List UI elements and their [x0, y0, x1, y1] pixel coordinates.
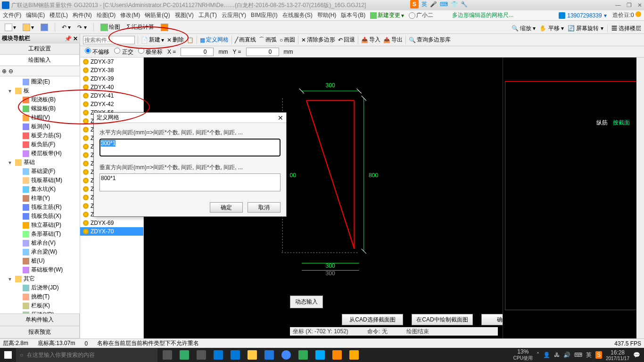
window-maximize[interactable]: ❐: [627, 2, 632, 8]
beans-count[interactable]: 造价豆:0: [612, 11, 641, 19]
x-input[interactable]: [181, 48, 214, 56]
draw-mode-button[interactable]: 绘图: [99, 22, 122, 32]
tree-node[interactable]: ▾基础: [1, 158, 79, 167]
taskbar-search[interactable]: ○ 在这里输入你要搜索的内容: [16, 348, 157, 362]
tab-project-settings[interactable]: 工程设置: [0, 43, 80, 54]
store-icon[interactable]: [227, 348, 243, 362]
ime-voice-icon[interactable]: 🎤: [430, 1, 437, 8]
component-item[interactable]: ZDYX-41: [80, 91, 143, 100]
explorer-icon[interactable]: [244, 348, 260, 362]
tab-draw-input[interactable]: 绘图输入: [0, 55, 80, 66]
new-component-button[interactable]: 📄 新建 ▾: [141, 36, 164, 44]
menu-cloud[interactable]: 云应用(Y): [222, 11, 246, 19]
tray-sogou-icon[interactable]: S: [595, 351, 602, 359]
dialog-cancel-button[interactable]: 取消: [248, 202, 281, 213]
dialog-titlebar[interactable]: 定义网格 ✕: [94, 113, 286, 123]
tree-expand-icon[interactable]: ⊕: [2, 68, 7, 74]
new-file-button[interactable]: ▾: [3, 23, 18, 32]
y-input[interactable]: [246, 48, 279, 56]
dialog-close-button[interactable]: ✕: [278, 114, 283, 122]
tree-node[interactable]: 板受力筋(S): [1, 131, 79, 140]
dialog-ok-button[interactable]: 确定: [210, 202, 243, 213]
menu-version[interactable]: 版本号(B): [341, 11, 365, 19]
tree-node[interactable]: 螺旋板(B): [1, 104, 79, 113]
user-account[interactable]: 13907298339 ▾: [559, 12, 606, 19]
ime-lang[interactable]: 英: [421, 0, 427, 8]
menu-view[interactable]: 视图(V): [175, 11, 194, 19]
radio-no-offset[interactable]: 不偏移: [85, 48, 109, 56]
tree-node[interactable]: 筏板基础(M): [1, 176, 79, 185]
menu-component[interactable]: 构件(N): [73, 11, 92, 19]
tree-node[interactable]: 筏板主筋(R): [1, 203, 79, 212]
draw-circle-button[interactable]: ○ 画圆: [280, 36, 295, 44]
menu-bim[interactable]: BIM应用(I): [251, 11, 278, 19]
start-button[interactable]: [0, 348, 16, 362]
window-close[interactable]: ✕: [637, 2, 642, 8]
menu-file[interactable]: 文件(F): [3, 11, 21, 19]
extra-tool-button[interactable]: [159, 23, 170, 32]
edge-icon[interactable]: [210, 348, 226, 362]
redo-button[interactable]: ↷ ▾: [75, 23, 88, 32]
notification-icon[interactable]: 💬: [633, 352, 640, 358]
tree-node[interactable]: 现浇板(B): [1, 95, 79, 104]
clock[interactable]: 16:28 2017/11/17: [606, 349, 629, 361]
tree-node[interactable]: 独立基础(P): [1, 221, 79, 230]
component-item[interactable]: ZDYX-70: [80, 227, 143, 236]
tree-node[interactable]: 基础梁(F): [1, 167, 79, 176]
open-file-button[interactable]: ▾: [21, 23, 36, 32]
tray-ime-icon[interactable]: ⌨: [574, 352, 582, 358]
define-grid-button[interactable]: ▦ 定义网格: [200, 36, 229, 44]
app-1-icon[interactable]: [176, 348, 192, 362]
tree-node[interactable]: ▾其它: [1, 274, 79, 283]
tree-node[interactable]: 承台梁(W): [1, 247, 79, 256]
menu-tools[interactable]: 工具(T): [198, 11, 217, 19]
tree-node[interactable]: 楼层板带(H): [1, 149, 79, 158]
menu-edit[interactable]: 编辑(E): [26, 11, 45, 19]
vertical-scrollbar[interactable]: [636, 58, 644, 338]
radio-ortho[interactable]: 正交: [114, 48, 133, 56]
export-button[interactable]: 📤 导出: [383, 36, 403, 44]
tray-lang-icon[interactable]: 英: [586, 351, 592, 359]
tree-node[interactable]: 桩承台(V): [1, 239, 79, 247]
tree-node[interactable]: 栏板(K): [1, 301, 79, 310]
tree-node[interactable]: 柱墩(Y): [1, 194, 79, 203]
app-2-icon[interactable]: [193, 348, 209, 362]
app-5-icon[interactable]: [329, 348, 345, 362]
ime-tool-icon[interactable]: 👕: [451, 1, 458, 8]
radio-polar[interactable]: 极坐标: [138, 48, 163, 56]
cpu-meter[interactable]: 13% CPU使用: [513, 348, 533, 362]
menu-draw[interactable]: 绘图(D): [97, 11, 116, 19]
ime-keyboard-icon[interactable]: ⌨: [440, 1, 448, 8]
by-section-label[interactable]: 按截面: [613, 119, 630, 126]
menu-help[interactable]: 帮助(H): [317, 11, 337, 19]
task-view-icon[interactable]: [159, 348, 175, 362]
select-from-cad-button[interactable]: 从CAD选择截面图: [342, 314, 403, 325]
undo-button[interactable]: ↶ ▾: [60, 23, 73, 32]
tray-up-icon[interactable]: ˄: [537, 352, 539, 358]
tray-people-icon[interactable]: 👤: [543, 352, 550, 358]
component-item[interactable]: ZDYX-69: [80, 219, 143, 227]
tree-node[interactable]: 柱帽(V): [1, 113, 79, 122]
import-button[interactable]: 📥 导入: [361, 36, 380, 44]
tree-node[interactable]: 筏板负筋(X): [1, 212, 79, 221]
query-library-button[interactable]: 🔍 查询多边形库: [409, 36, 451, 44]
draw-line-button[interactable]: ╱ 画直线: [235, 36, 256, 44]
tab-report-preview[interactable]: 报表预览: [0, 326, 80, 338]
tree-node[interactable]: 集水坑(K): [1, 185, 79, 194]
zoom-button[interactable]: 🔍 缩放 ▾: [512, 25, 536, 33]
tree-node[interactable]: 挑檐(T): [1, 292, 79, 301]
copy-button[interactable]: 📋: [187, 37, 194, 43]
draw-arc-button[interactable]: ⌒ 画弧: [259, 36, 277, 44]
menu-modify[interactable]: 修改(M): [120, 11, 140, 19]
app-6-icon[interactable]: [346, 348, 362, 362]
app-3-icon[interactable]: [295, 348, 311, 362]
rotate-button[interactable]: 🔄 屏幕旋转 ▾: [568, 25, 603, 33]
tray-network-icon[interactable]: 🖧: [554, 352, 560, 358]
sum-calc-button[interactable]: Σ 汇总计算: [125, 22, 157, 32]
component-item[interactable]: ZDYX-37: [80, 58, 143, 66]
ie-icon[interactable]: [261, 348, 277, 362]
component-item[interactable]: ZDYX-39: [80, 74, 143, 83]
undo-step-button[interactable]: ↶ 回退: [338, 36, 355, 44]
select-floor-button[interactable]: ☰ 选择楼层: [611, 25, 641, 33]
tree-node[interactable]: 板负筋(F): [1, 140, 79, 149]
